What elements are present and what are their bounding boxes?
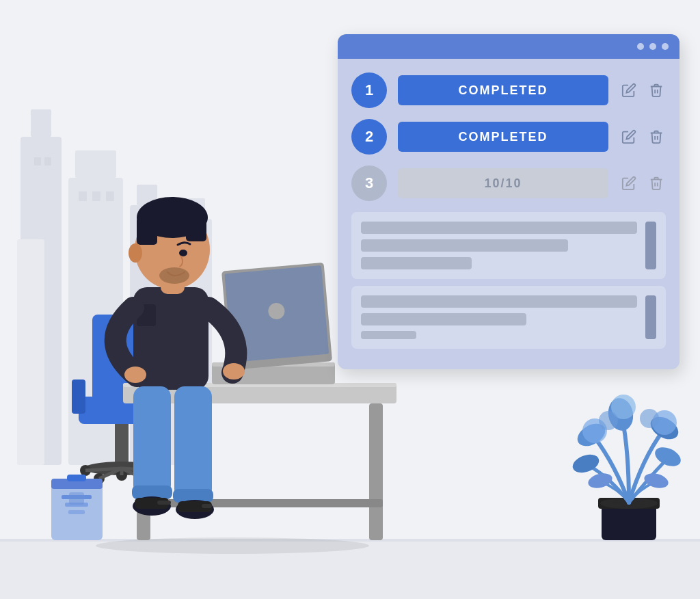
svg-rect-71 xyxy=(69,492,84,505)
content-row-2c xyxy=(361,331,416,339)
panel-header xyxy=(338,34,679,59)
svg-point-45 xyxy=(124,367,146,383)
svg-point-52 xyxy=(179,250,187,256)
panel-body: 1 COMPLETED xyxy=(338,59,679,369)
content-block-side-2 xyxy=(645,295,656,339)
content-row-2a xyxy=(361,295,637,308)
task-edit-1[interactable] xyxy=(619,81,638,100)
scene: 1 COMPLETED xyxy=(0,0,700,599)
svg-point-46 xyxy=(223,363,245,380)
content-row-1c xyxy=(361,257,472,269)
content-row-1b xyxy=(361,239,568,252)
svg-rect-9 xyxy=(34,157,41,165)
content-block-1 xyxy=(351,212,666,279)
svg-rect-13 xyxy=(106,191,114,201)
task-edit-2[interactable] xyxy=(619,127,638,146)
svg-rect-1 xyxy=(31,109,51,137)
svg-point-80 xyxy=(587,471,614,491)
task-status-2: COMPLETED xyxy=(398,122,608,152)
task-row-2: 2 COMPLETED xyxy=(351,119,666,155)
svg-rect-67 xyxy=(67,475,86,481)
task-actions-2 xyxy=(619,127,666,146)
content-block-2 xyxy=(351,286,666,349)
content-block-inner-2 xyxy=(361,295,637,339)
svg-rect-12 xyxy=(92,191,100,201)
task-number-2: 2 xyxy=(351,119,387,155)
task-number-3: 3 xyxy=(351,165,387,201)
svg-rect-11 xyxy=(79,191,87,201)
task-actions-1 xyxy=(619,81,666,100)
svg-rect-55 xyxy=(133,386,171,496)
task-delete-1[interactable] xyxy=(647,81,666,100)
task-delete-3[interactable] xyxy=(647,174,666,193)
svg-rect-50 xyxy=(137,217,157,245)
svg-rect-10 xyxy=(44,157,51,165)
svg-point-86 xyxy=(640,409,659,428)
task-row-3: 3 10/10 xyxy=(351,165,666,201)
task-number-1: 1 xyxy=(351,72,387,108)
svg-rect-70 xyxy=(68,510,85,514)
content-row-1a xyxy=(361,222,637,234)
task-status-1: COMPLETED xyxy=(398,75,608,105)
window-dot-2 xyxy=(649,43,656,50)
svg-rect-56 xyxy=(174,386,212,499)
task-row-1: 1 COMPLETED xyxy=(351,72,666,108)
content-block-side-1 xyxy=(645,222,656,269)
svg-point-79 xyxy=(652,444,684,470)
svg-rect-21 xyxy=(115,424,129,465)
svg-rect-64 xyxy=(202,504,212,508)
svg-rect-61 xyxy=(157,501,171,505)
svg-rect-3 xyxy=(75,150,116,178)
svg-point-85 xyxy=(599,411,618,430)
svg-rect-15 xyxy=(0,539,700,542)
window-dot-1 xyxy=(637,43,644,50)
svg-rect-51 xyxy=(186,217,206,241)
svg-rect-19 xyxy=(72,380,85,414)
content-rows xyxy=(351,212,666,356)
task-status-3: 10/10 xyxy=(398,168,608,198)
task-panel: 1 COMPLETED xyxy=(338,34,679,369)
task-actions-3 xyxy=(619,174,666,193)
task-edit-3[interactable] xyxy=(619,174,638,193)
content-block-inner-1 xyxy=(361,222,637,269)
svg-point-53 xyxy=(159,267,189,284)
task-delete-2[interactable] xyxy=(647,127,666,146)
svg-point-16 xyxy=(96,537,369,554)
svg-rect-37 xyxy=(137,499,383,507)
window-dot-3 xyxy=(662,43,669,50)
svg-rect-6 xyxy=(17,239,44,465)
svg-point-54 xyxy=(129,243,142,263)
svg-rect-36 xyxy=(369,403,383,540)
content-row-2b xyxy=(361,313,526,325)
